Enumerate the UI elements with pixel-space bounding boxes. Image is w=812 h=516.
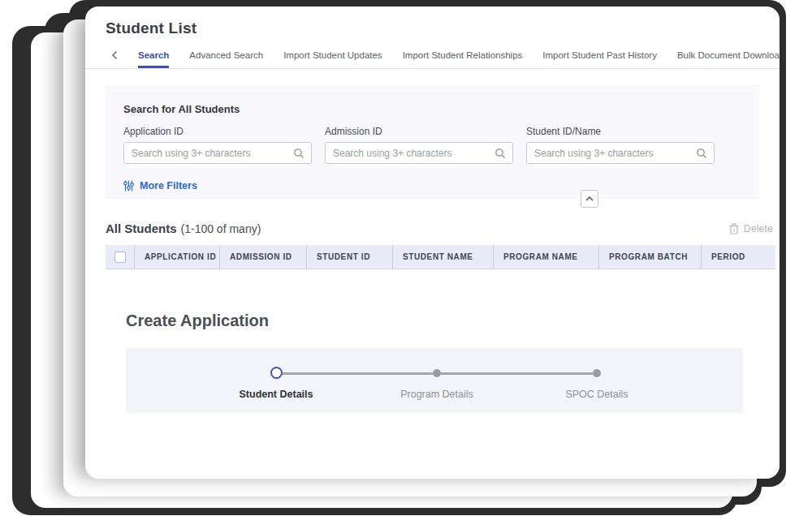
step-marker-student-details[interactable]	[270, 367, 283, 379]
delete-button[interactable]: Delete	[729, 223, 773, 234]
select-all-cell	[106, 245, 134, 269]
tab-bar: Search Advanced Search Import Student Up…	[85, 50, 780, 69]
students-table-header: APPLICATION ID ADMISSION ID STUDENT ID S…	[106, 245, 775, 269]
student-id-name-label: Student ID/Name	[526, 126, 715, 137]
more-filters-button[interactable]: More Filters	[123, 180, 197, 191]
application-id-field-group: Application ID	[123, 126, 312, 164]
column-period: PERIOD	[701, 245, 775, 269]
search-panel: Search for All Students Application ID A…	[106, 85, 759, 199]
stepper-connector-1	[282, 372, 433, 375]
step-label-spoc-details[interactable]: SPOC Details	[528, 389, 666, 400]
more-filters-label: More Filters	[140, 180, 197, 191]
create-application-stepper: Student Details Program Details SPOC Det…	[126, 348, 743, 413]
step-label-program-details[interactable]: Program Details	[368, 389, 506, 400]
page-title: Student List	[106, 19, 759, 37]
column-student-id: STUDENT ID	[306, 245, 392, 269]
create-application-title: Create Application	[126, 312, 759, 330]
stepper-connector-2	[441, 372, 593, 375]
application-id-label: Application ID	[123, 126, 312, 137]
admission-id-label: Admission ID	[325, 126, 513, 137]
results-title-text: All Students	[106, 221, 177, 235]
stacked-window-stage: Student List Search Advanced Search Impo…	[0, 0, 812, 516]
tab-advanced-search[interactable]: Advanced Search	[189, 50, 263, 68]
column-admission-id: ADMISSION ID	[219, 245, 306, 269]
tab-search[interactable]: Search	[138, 50, 169, 68]
column-application-id: APPLICATION ID	[134, 245, 219, 269]
tab-bulk-document-download-status[interactable]: Bulk Document Download Status	[677, 50, 780, 68]
student-list-window: Student List Search Advanced Search Impo…	[85, 6, 780, 479]
select-all-checkbox[interactable]	[114, 252, 126, 263]
application-id-input[interactable]	[132, 148, 293, 159]
search-icon	[293, 148, 304, 159]
trash-icon	[729, 223, 739, 234]
column-student-name: STUDENT NAME	[392, 245, 493, 269]
student-id-name-inputwrap	[526, 142, 715, 164]
delete-label: Delete	[744, 223, 773, 234]
back-button[interactable]	[106, 50, 118, 68]
column-program-name: PROGRAM NAME	[493, 245, 598, 269]
step-marker-program-details[interactable]	[433, 369, 441, 377]
application-id-inputwrap	[123, 142, 312, 164]
results-range-text: (1-100 of many)	[181, 222, 261, 235]
student-id-name-field-group: Student ID/Name	[526, 126, 715, 164]
search-icon	[696, 148, 707, 159]
admission-id-input[interactable]	[333, 148, 495, 159]
step-label-student-details[interactable]: Student Details	[207, 389, 345, 400]
results-title: All Students(1-100 of many)	[106, 221, 261, 235]
card-header: Student List Search Advanced Search Impo…	[85, 6, 780, 69]
search-fields: Application ID Admission ID	[123, 126, 741, 164]
tab-import-student-relationships[interactable]: Import Student Relationships	[403, 50, 523, 68]
admission-id-field-group: Admission ID	[325, 126, 513, 164]
student-id-name-input[interactable]	[534, 148, 696, 159]
collapse-panel-button[interactable]	[581, 190, 598, 208]
column-program-batch: PROGRAM BATCH	[598, 245, 701, 269]
tab-import-student-updates[interactable]: Import Student Updates	[283, 50, 382, 68]
chevron-up-icon	[585, 196, 594, 201]
back-chevron-icon	[111, 50, 118, 60]
filter-sliders-icon	[123, 180, 134, 191]
step-marker-spoc-details[interactable]	[593, 369, 601, 377]
admission-id-inputwrap	[325, 142, 513, 164]
search-panel-title: Search for All Students	[123, 103, 741, 115]
results-header: All Students(1-100 of many) Delete	[106, 221, 773, 235]
search-icon	[495, 148, 506, 159]
tab-import-student-past-history[interactable]: Import Student Past History	[542, 50, 657, 68]
